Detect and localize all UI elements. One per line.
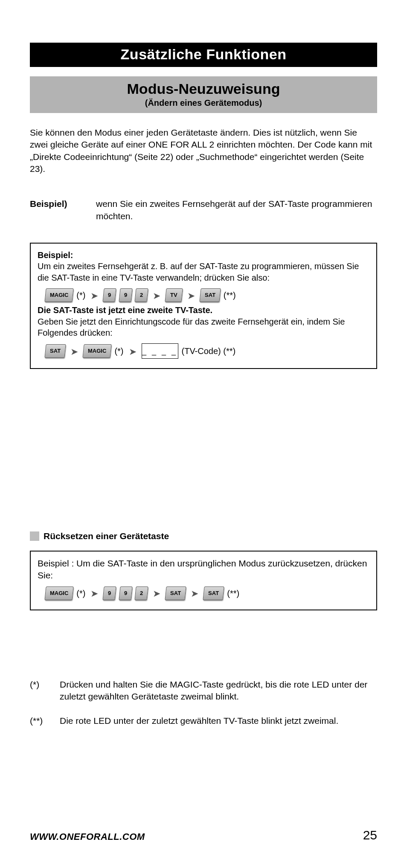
section-header-black: Zusätzliche Funktionen bbox=[30, 43, 377, 67]
footnote-2: (**) Die rote LED unter der zuletzt gewä… bbox=[30, 715, 377, 727]
section-header-grey: Modus-Neuzuweisung (Ändern eines Gerätem… bbox=[30, 76, 377, 113]
box1-title: Beispiel: bbox=[38, 250, 369, 261]
arrow-icon: ➤ bbox=[69, 345, 80, 358]
key-sat: SAT bbox=[165, 586, 186, 600]
arrow-icon: ➤ bbox=[127, 345, 138, 358]
intro-paragraph: Sie können den Modus einer jeden Gerätet… bbox=[30, 127, 377, 175]
key-magic: MAGIC bbox=[82, 344, 112, 358]
code-entry-box: _ _ _ _ bbox=[142, 343, 178, 359]
key-9: 9 bbox=[103, 586, 117, 600]
arrow-icon: ➤ bbox=[151, 587, 162, 600]
code-label: (TV-Code) (**) bbox=[182, 345, 236, 357]
key-magic: MAGIC bbox=[44, 288, 74, 302]
box1-line1: Um ein zweites Fernsehgerät z. B. auf de… bbox=[38, 261, 369, 283]
key-sat: SAT bbox=[203, 586, 224, 600]
box1-keyrow-2: SAT ➤ MAGIC (*) ➤ _ _ _ _ (TV-Code) (**) bbox=[45, 343, 369, 359]
star-note: (*) bbox=[114, 345, 123, 357]
arrow-icon: ➤ bbox=[89, 290, 100, 302]
footnotes: (*) Drücken und halten Sie die MAGIC-Tas… bbox=[30, 679, 377, 727]
footnote-1: (*) Drücken und halten Sie die MAGIC-Tas… bbox=[30, 679, 377, 703]
example-inline: Beispiel) wenn Sie ein zweites Fernsehge… bbox=[30, 198, 377, 222]
arrow-icon: ➤ bbox=[186, 290, 197, 302]
key-9: 9 bbox=[103, 288, 117, 302]
example-text: wenn Sie ein zweites Fernsehgerät auf de… bbox=[96, 198, 377, 222]
key-magic: MAGIC bbox=[44, 586, 74, 600]
example-label: Beispiel) bbox=[30, 198, 96, 222]
page-footer: WWW.ONEFORALL.COM 25 bbox=[30, 828, 377, 842]
box2-line1: Beispiel : Um die SAT-Taste in den urspr… bbox=[38, 557, 369, 581]
page-number: 25 bbox=[363, 828, 377, 842]
footnote-mark: (*) bbox=[30, 679, 60, 703]
box2-keyrow: MAGIC (*) ➤ 9 9 2 ➤ SAT ➤ SAT (**) bbox=[45, 586, 369, 600]
star-note: (*) bbox=[76, 588, 85, 599]
box1-line2: Geben Sie jetzt den Einrichtungscode für… bbox=[38, 316, 369, 339]
section2-heading: Rücksetzen einer Gerätetaste bbox=[30, 531, 377, 541]
arrow-icon: ➤ bbox=[189, 587, 200, 600]
example-box-2: Beispiel : Um die SAT-Taste in den urspr… bbox=[30, 551, 377, 610]
footer-url: WWW.ONEFORALL.COM bbox=[30, 831, 145, 842]
box1-bold-line: Die SAT-Taste ist jetzt eine zweite TV-T… bbox=[38, 305, 369, 316]
manual-page: Zusätzliche Funktionen Modus-Neuzuweisun… bbox=[0, 0, 407, 868]
example-box-1: Beispiel: Um ein zweites Fernsehgerät z.… bbox=[30, 243, 377, 369]
key-2: 2 bbox=[134, 288, 148, 302]
footnote-text: Drücken und halten Sie die MAGIC-Taste g… bbox=[60, 679, 377, 703]
key-sat: SAT bbox=[44, 344, 66, 358]
grey-subtitle: (Ändern eines Gerätemodus) bbox=[30, 98, 377, 108]
bullet-square-icon bbox=[30, 531, 39, 541]
arrow-icon: ➤ bbox=[151, 290, 162, 302]
key-9: 9 bbox=[119, 586, 133, 600]
key-2: 2 bbox=[134, 586, 148, 600]
star-note: (*) bbox=[76, 290, 85, 301]
arrow-icon: ➤ bbox=[89, 587, 100, 600]
section2-heading-text: Rücksetzen einer Gerätetaste bbox=[44, 531, 169, 541]
key-sat: SAT bbox=[199, 288, 221, 302]
star-note: (**) bbox=[227, 588, 239, 599]
footnote-text: Die rote LED unter der zuletzt gewählten… bbox=[60, 715, 338, 727]
box1-keyrow-1: MAGIC (*) ➤ 9 9 2 ➤ TV ➤ SAT (**) bbox=[45, 288, 369, 302]
key-tv: TV bbox=[165, 288, 183, 302]
star-note: (**) bbox=[224, 290, 236, 301]
footnote-mark: (**) bbox=[30, 715, 60, 727]
grey-title: Modus-Neuzuweisung bbox=[30, 81, 377, 97]
key-9: 9 bbox=[119, 288, 133, 302]
